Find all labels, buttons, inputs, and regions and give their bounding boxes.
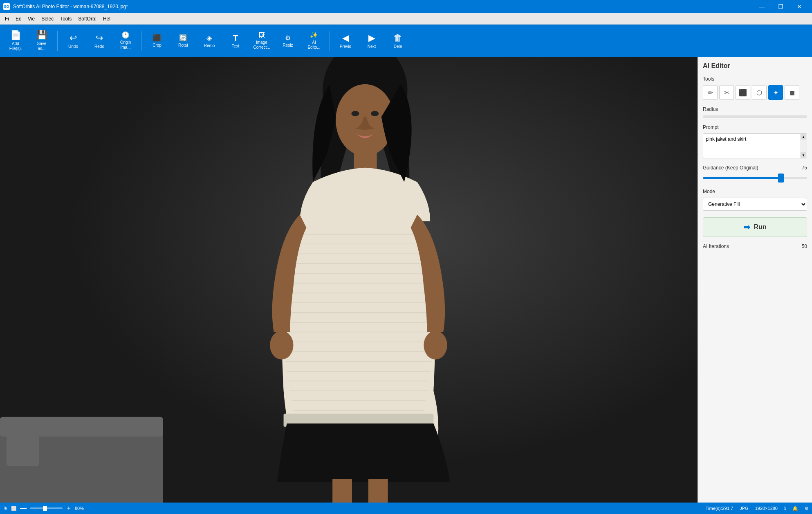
prompt-section: Prompt pink jaket and skirt ▲ ▼: [703, 124, 807, 158]
next-label: Next: [368, 44, 376, 49]
rect-select-tool[interactable]: ⬛: [736, 85, 750, 100]
menu-help[interactable]: Hel: [100, 14, 114, 23]
save-as-button[interactable]: 💾 Save as...: [29, 27, 54, 55]
add-files-icon: 📄: [10, 31, 21, 40]
text-icon: T: [233, 34, 238, 42]
menu-edit[interactable]: Ec: [12, 14, 25, 23]
zoom-plus[interactable]: ＋: [66, 505, 72, 512]
maximize-button[interactable]: ❐: [771, 0, 790, 13]
original-button[interactable]: 🕐 Origin Ima...: [113, 27, 138, 55]
text-label: Text: [232, 44, 239, 48]
resize-label: Resiz: [283, 43, 293, 47]
minimize-button[interactable]: —: [752, 0, 771, 13]
resize-icon: ⚙: [285, 35, 291, 41]
separator-3: [330, 31, 330, 51]
title-bar-left: SO SoftOrbits AI Photo Editor - woman-97…: [3, 3, 128, 10]
cursor-icon: 🖱: [3, 506, 8, 511]
add-files-button[interactable]: 📄 Add File(s).: [3, 27, 28, 55]
info-icon[interactable]: ℹ: [784, 506, 786, 511]
correction-icon: 🖼: [258, 32, 265, 38]
pencil-tool[interactable]: ✏: [703, 85, 718, 100]
crop-label: Crop: [153, 43, 162, 47]
radius-slider-track: [703, 115, 807, 118]
menu-view[interactable]: Vie: [25, 14, 38, 23]
guidance-slider-track: [703, 177, 807, 179]
zoom-slider: [30, 507, 63, 509]
text-button[interactable]: T Text: [223, 27, 248, 55]
prompt-scrollbar: ▲ ▼: [800, 134, 807, 158]
remove-icon: ◈: [206, 34, 212, 42]
zoom-minus[interactable]: —: [20, 505, 27, 512]
redo-label: Redo: [94, 44, 104, 49]
app-icon: SO: [3, 3, 10, 10]
svg-rect-39: [368, 479, 388, 503]
ai-label: AI Edito...: [307, 40, 320, 50]
image-canvas: [0, 57, 698, 503]
crop-button[interactable]: ⬛ Crop: [145, 27, 169, 55]
redo-button[interactable]: ↪ Redo: [87, 27, 112, 55]
svg-point-8: [351, 111, 359, 116]
mode-label: Mode: [703, 189, 807, 194]
guidance-section: Guidance (Keep Original) 75: [703, 165, 807, 182]
ai-brush-tool[interactable]: ✦: [768, 85, 783, 100]
next-button[interactable]: ▶ Next: [359, 27, 384, 55]
bell-icon[interactable]: 🔔: [792, 506, 798, 511]
settings-icon[interactable]: ⚙: [805, 506, 809, 511]
svg-point-35: [270, 331, 293, 359]
menu-softorb[interactable]: SoftOrb:: [75, 14, 100, 23]
canvas-area[interactable]: [0, 57, 698, 503]
mode-dropdown[interactable]: Generative Fill Inpainting Outpainting: [703, 198, 807, 211]
frame-icon: ⬜: [11, 506, 17, 511]
right-panel: AI Editor Tools ✏ ✂ ⬛ ⬡ ✦ ◼ Radius Promp…: [698, 57, 812, 503]
undo-button[interactable]: ↩ Undo: [61, 27, 85, 55]
menu-bar: Fi Ec Vie Selec Tools SoftOrb: Hel: [0, 13, 812, 25]
delete-button[interactable]: 🗑 Dele: [386, 27, 410, 55]
rotate-icon: 🔄: [179, 35, 187, 41]
toolbar: 📄 Add File(s). 💾 Save as... ↩ Undo ↪ Red…: [0, 25, 812, 57]
remove-button[interactable]: ◈ Remo: [197, 27, 222, 55]
crop-icon: ⬛: [153, 35, 161, 41]
add-files-label: Add File(s).: [9, 41, 22, 51]
iterations-value: 50: [802, 243, 807, 249]
run-arrow-icon: ➡: [743, 222, 750, 232]
panel-title: AI Editor: [703, 62, 807, 70]
guidance-slider-thumb[interactable]: [778, 174, 784, 183]
iterations-section: AI Iterations 50: [703, 243, 807, 249]
lasso-tool[interactable]: ⬡: [752, 85, 767, 100]
rotate-button[interactable]: 🔄 Rotat: [171, 27, 195, 55]
scroll-down-button[interactable]: ▼: [801, 152, 806, 158]
ai-edit-button[interactable]: ✨ AI Edito...: [302, 27, 326, 55]
undo-icon: ↩: [70, 34, 77, 43]
dimensions-display: 1920×1280: [755, 506, 778, 511]
iterations-label: AI Iterations: [703, 243, 729, 249]
run-label: Run: [754, 223, 766, 231]
remove-label: Remo: [204, 43, 215, 48]
scroll-up-button[interactable]: ▲: [801, 134, 806, 140]
delete-icon: 🗑: [393, 34, 402, 43]
resize-button[interactable]: ⚙ Resiz: [276, 27, 300, 55]
close-button[interactable]: ✕: [790, 0, 809, 13]
menu-tools[interactable]: Tools: [57, 14, 75, 23]
correction-label: Image Correct...: [253, 40, 270, 50]
image-correction-button[interactable]: 🖼 Image Correct...: [249, 27, 274, 55]
magic-wand-tool[interactable]: ✂: [719, 85, 734, 100]
guidance-header: Guidance (Keep Original) 75: [703, 165, 807, 171]
title-bar: SO SoftOrbits AI Photo Editor - woman-97…: [0, 0, 812, 13]
zoom-value: 80%: [75, 506, 84, 511]
run-button[interactable]: ➡ Run: [703, 217, 807, 237]
undo-label: Undo: [68, 44, 78, 49]
palette-tool[interactable]: ◼: [785, 85, 799, 100]
menu-file[interactable]: Fi: [2, 14, 12, 23]
previous-button[interactable]: ◀ Previo: [333, 27, 358, 55]
next-icon: ▶: [368, 34, 375, 43]
prompt-textarea[interactable]: pink jaket and skirt: [703, 134, 800, 157]
format-display: JPG: [740, 506, 748, 511]
save-icon: 💾: [36, 31, 47, 40]
separator-2: [141, 31, 141, 51]
radius-label: Radius: [703, 106, 807, 112]
main-layout: AI Editor Tools ✏ ✂ ⬛ ⬡ ✦ ◼ Radius Promp…: [0, 57, 812, 503]
status-right: Time(s):291.7 JPG 1920×1280 ℹ 🔔 ⚙: [706, 506, 809, 511]
menu-select[interactable]: Selec: [38, 14, 57, 23]
original-icon: 🕐: [121, 32, 130, 38]
guidance-slider-fill: [703, 177, 781, 179]
